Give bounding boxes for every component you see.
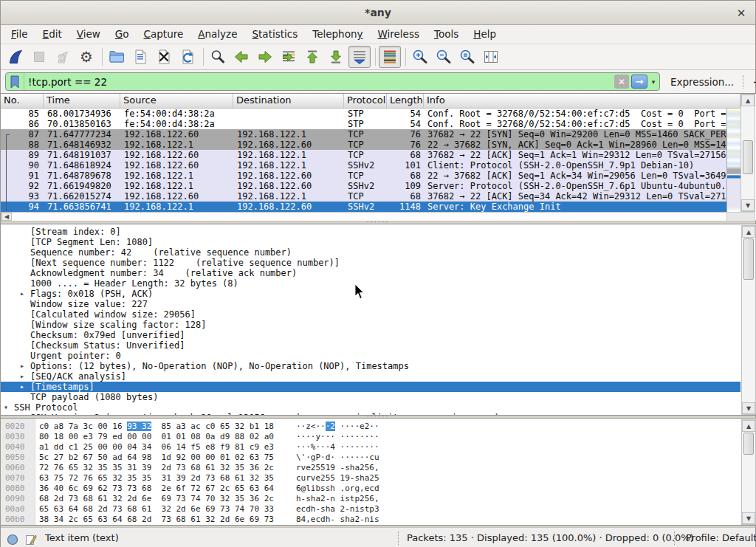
menu-telephony[interactable]: Telephony (305, 25, 370, 44)
collapse-icon[interactable]: ▾ (4, 402, 8, 413)
detail-row[interactable]: Checksum: 0x79ed [unverified] (1, 330, 740, 340)
expand-icon[interactable]: ▸ (20, 382, 24, 392)
column-header-protocol[interactable]: Protocol (344, 94, 387, 108)
packet-row-87[interactable]: 8771.647777234192.168.122.60192.168.122.… (1, 129, 726, 140)
packet-row-85[interactable]: 8568.001734936fe:54:00:d4:38:2aSTP54Conf… (1, 109, 726, 119)
packet-row-92[interactable]: 9271.661949820192.168.122.1192.168.122.6… (1, 181, 726, 191)
detail-row[interactable]: [Next sequence number: 1122 (relative se… (1, 258, 740, 268)
status-profile[interactable]: Profile: Default (686, 528, 756, 547)
detail-row[interactable]: [Stream index: 0] (1, 227, 740, 237)
hex-row-0060[interactable]: 006072 76 65 32 35 35 31 39 2d 73 68 61 … (1, 463, 740, 473)
hex-row-0020[interactable]: 0020c0 a8 7a 3c 00 16 93 32 85 a3 ac c0 … (1, 422, 740, 432)
detail-row[interactable]: ▸[Timestamps] (1, 382, 740, 392)
detail-row[interactable]: 1000 .... = Header Length: 32 bytes (8) (1, 278, 740, 289)
scroll-up-icon[interactable]: ▲ (742, 226, 755, 238)
hex-row-0090[interactable]: 009068 2d 73 68 61 32 2d 6e 69 73 74 70 … (1, 494, 740, 504)
expand-icon[interactable]: ▸ (20, 371, 24, 382)
colorize-packets-button[interactable] (379, 46, 401, 68)
expand-icon[interactable]: ▸ (20, 289, 24, 299)
display-filter-input[interactable] (24, 72, 614, 91)
menu-edit[interactable]: Edit (35, 25, 69, 44)
detail-row[interactable]: [Checksum Status: Unverified] (1, 340, 740, 351)
restart-capture-button[interactable] (52, 46, 74, 68)
auto-scroll-button[interactable] (348, 46, 371, 68)
menu-analyze[interactable]: Analyze (190, 25, 244, 44)
menu-help[interactable]: Help (466, 25, 504, 44)
vscroll-thumb[interactable] (743, 140, 753, 174)
hex-row-0040[interactable]: 0040a1 dd c1 25 00 00 04 34 06 14 f5 e8 … (1, 442, 740, 453)
packet-row-91[interactable]: 9171.648789678192.168.122.1192.168.122.6… (1, 171, 726, 181)
hex-row-0030[interactable]: 003080 18 00 e3 79 ed 00 00 01 01 08 0a … (1, 432, 740, 442)
save-capture-file-button[interactable] (129, 46, 151, 68)
filter-bookmark-icon[interactable] (6, 73, 24, 90)
filter-apply-icon[interactable]: → (631, 75, 647, 89)
scroll-down-icon[interactable]: ▼ (742, 512, 755, 524)
detail-row[interactable]: [TCP Segment Len: 1080] (1, 237, 740, 247)
menu-file[interactable]: File (4, 25, 35, 44)
zoom-out-button[interactable] (433, 46, 455, 68)
hex-row-0080[interactable]: 008036 40 6c 69 62 73 73 68 2e 6f 72 67 … (1, 484, 740, 494)
detail-row[interactable]: ▸Options: (12 bytes), No-Operation (NOP)… (1, 361, 740, 371)
close-icon[interactable]: ✕ (734, 6, 749, 21)
hex-row-0050[interactable]: 00505c 27 b2 67 50 ad 64 98 1d 92 00 00 … (1, 453, 740, 463)
go-back-button[interactable] (230, 46, 252, 68)
menu-statistics[interactable]: Statistics (244, 25, 305, 44)
intelligent-scrollbar-minimap[interactable] (726, 109, 740, 212)
go-forward-button[interactable] (254, 46, 276, 68)
packet-row-90[interactable]: 9071.648618924192.168.122.60192.168.122.… (1, 160, 726, 171)
expression-button[interactable]: Expression... (670, 76, 734, 88)
menu-tools[interactable]: Tools (427, 25, 466, 44)
detail-row[interactable]: ▸[SEQ/ACK analysis] (1, 371, 740, 382)
add-filter-button[interactable]: + (752, 75, 756, 89)
vscroll-thumb[interactable] (743, 238, 754, 280)
reload-capture-file-button[interactable] (176, 46, 199, 68)
stop-capture-button[interactable] (28, 46, 50, 68)
detail-row[interactable]: Urgent pointer: 0 (1, 351, 740, 361)
hex-row-00a0[interactable]: 00a065 63 64 68 2d 73 68 61 32 2d 6e 69 … (1, 504, 740, 515)
column-header-destination[interactable]: Destination (233, 94, 344, 108)
detail-row[interactable]: [Calculated window size: 29056] (1, 309, 740, 320)
column-header-info[interactable]: Info (424, 94, 740, 108)
column-header-no[interactable]: No. (1, 94, 44, 108)
scroll-up-icon[interactable]: ▲ (741, 94, 755, 106)
go-to-packet-button[interactable] (278, 46, 300, 68)
menu-wireless[interactable]: Wireless (370, 25, 427, 44)
menu-go[interactable]: Go (108, 25, 137, 44)
resize-columns-button[interactable] (480, 46, 502, 68)
column-header-length[interactable]: Length (387, 94, 424, 108)
hex-row-0070[interactable]: 007063 75 72 76 65 32 35 35 31 39 2d 73 … (1, 473, 740, 484)
vscroll-thumb[interactable] (743, 433, 754, 455)
close-capture-file-button[interactable] (153, 46, 175, 68)
detail-row[interactable]: Acknowledgment number: 34 (relative ack … (1, 268, 740, 278)
zoom-100-button[interactable] (456, 46, 478, 68)
filter-dropdown-icon[interactable]: ▾ (647, 73, 659, 90)
column-header-time[interactable]: Time (44, 94, 120, 108)
capture-comment-icon[interactable] (25, 532, 37, 544)
packet-row-86[interactable]: 8670.013850163fe:54:00:d4:38:2aSTP54Conf… (1, 119, 726, 129)
scroll-down-icon[interactable]: ▼ (741, 199, 755, 211)
packet-row-88[interactable]: 8871.648146932192.168.122.1192.168.122.6… (1, 140, 726, 150)
detail-row[interactable]: TCP payload (1080 bytes) (1, 392, 740, 402)
scroll-down-icon[interactable]: ▼ (742, 402, 755, 414)
capture-options-button[interactable]: ⚙ (75, 46, 97, 68)
menu-view[interactable]: View (69, 25, 108, 44)
hex-row-00b0[interactable]: 00b038 34 2c 65 63 64 68 2d 73 68 61 32 … (1, 515, 740, 525)
detail-row[interactable]: Sequence number: 42 (relative sequence n… (1, 247, 740, 258)
zoom-in-button[interactable] (409, 46, 431, 68)
expert-info-icon[interactable] (7, 532, 18, 544)
filter-clear-icon[interactable]: ✕ (614, 75, 629, 89)
packet-row-93[interactable]: 9371.662015274192.168.122.60192.168.122.… (1, 191, 726, 202)
detail-row[interactable]: Window size value: 227 (1, 299, 740, 309)
go-to-top-button[interactable] (301, 46, 323, 68)
packet-row-89[interactable]: 8971.648191037192.168.122.60192.168.122.… (1, 150, 726, 160)
open-capture-file-button[interactable] (106, 46, 128, 68)
column-header-source[interactable]: Source (120, 94, 233, 108)
menu-capture[interactable]: Capture (137, 25, 191, 44)
detail-row[interactable]: ▸Flags: 0x018 (PSH, ACK) (1, 289, 740, 299)
expand-icon[interactable]: ▸ (20, 361, 24, 371)
find-packet-button[interactable] (207, 46, 229, 68)
go-to-bottom-button[interactable] (325, 46, 347, 68)
detail-row[interactable]: ▾SSH Protocol (1, 402, 740, 413)
start-capture-button[interactable] (4, 46, 27, 68)
scroll-up-icon[interactable]: ▲ (742, 420, 755, 432)
